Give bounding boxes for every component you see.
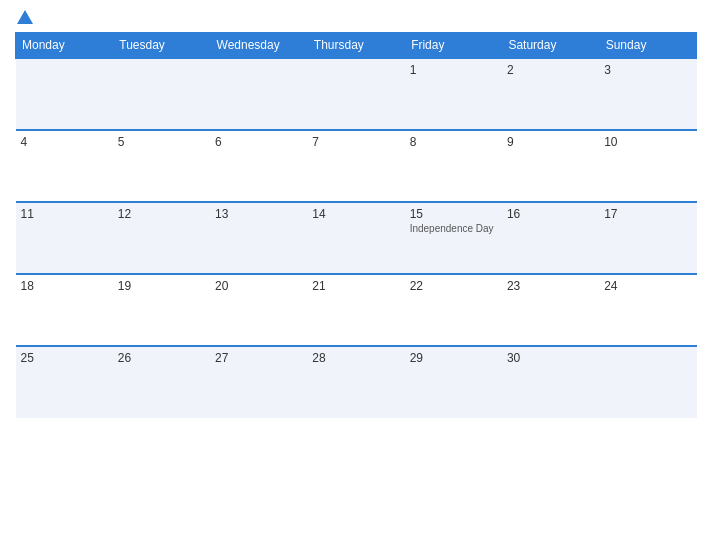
day-number: 16 <box>507 207 594 221</box>
day-number: 22 <box>410 279 497 293</box>
calendar-cell: 24 <box>599 274 696 346</box>
day-number: 8 <box>410 135 497 149</box>
calendar-cell: 6 <box>210 130 307 202</box>
day-number: 15 <box>410 207 497 221</box>
day-number: 13 <box>215 207 302 221</box>
calendar-cell: 3 <box>599 58 696 130</box>
weekday-header-saturday: Saturday <box>502 33 599 59</box>
day-number: 17 <box>604 207 691 221</box>
calendar-cell: 12 <box>113 202 210 274</box>
day-number: 28 <box>312 351 399 365</box>
day-number: 25 <box>21 351 108 365</box>
day-number: 7 <box>312 135 399 149</box>
day-number: 12 <box>118 207 205 221</box>
calendar-cell <box>307 58 404 130</box>
calendar-cell: 19 <box>113 274 210 346</box>
day-number: 24 <box>604 279 691 293</box>
day-number: 18 <box>21 279 108 293</box>
day-number: 5 <box>118 135 205 149</box>
calendar-cell <box>113 58 210 130</box>
day-number: 4 <box>21 135 108 149</box>
day-number: 27 <box>215 351 302 365</box>
calendar-cell: 23 <box>502 274 599 346</box>
week-row-2: 45678910 <box>16 130 697 202</box>
day-number: 10 <box>604 135 691 149</box>
calendar-cell: 21 <box>307 274 404 346</box>
calendar-table: MondayTuesdayWednesdayThursdayFridaySatu… <box>15 32 697 418</box>
calendar-cell: 10 <box>599 130 696 202</box>
weekday-header-monday: Monday <box>16 33 113 59</box>
day-number: 21 <box>312 279 399 293</box>
calendar-cell: 26 <box>113 346 210 418</box>
calendar-cell: 7 <box>307 130 404 202</box>
day-number: 30 <box>507 351 594 365</box>
calendar-cell: 29 <box>405 346 502 418</box>
calendar-cell: 25 <box>16 346 113 418</box>
calendar-cell: 9 <box>502 130 599 202</box>
calendar-cell: 13 <box>210 202 307 274</box>
week-row-3: 1112131415Independence Day1617 <box>16 202 697 274</box>
calendar-cell: 1 <box>405 58 502 130</box>
logo <box>15 10 33 24</box>
day-number: 2 <box>507 63 594 77</box>
day-number: 26 <box>118 351 205 365</box>
calendar-cell <box>210 58 307 130</box>
day-number: 9 <box>507 135 594 149</box>
calendar-cell: 27 <box>210 346 307 418</box>
calendar-container: MondayTuesdayWednesdayThursdayFridaySatu… <box>0 0 712 550</box>
calendar-cell <box>599 346 696 418</box>
week-row-4: 18192021222324 <box>16 274 697 346</box>
weekday-header-tuesday: Tuesday <box>113 33 210 59</box>
calendar-cell: 18 <box>16 274 113 346</box>
weekday-header-sunday: Sunday <box>599 33 696 59</box>
calendar-cell: 17 <box>599 202 696 274</box>
day-number: 14 <box>312 207 399 221</box>
weekday-header-row: MondayTuesdayWednesdayThursdayFridaySatu… <box>16 33 697 59</box>
logo-triangle-icon <box>17 10 33 24</box>
holiday-label: Independence Day <box>410 223 497 234</box>
calendar-cell: 22 <box>405 274 502 346</box>
day-number: 1 <box>410 63 497 77</box>
calendar-cell: 15Independence Day <box>405 202 502 274</box>
day-number: 19 <box>118 279 205 293</box>
week-row-1: 123 <box>16 58 697 130</box>
calendar-cell: 11 <box>16 202 113 274</box>
calendar-cell: 8 <box>405 130 502 202</box>
calendar-cell: 5 <box>113 130 210 202</box>
calendar-cell: 2 <box>502 58 599 130</box>
calendar-cell: 14 <box>307 202 404 274</box>
weekday-header-friday: Friday <box>405 33 502 59</box>
calendar-header <box>15 10 697 24</box>
day-number: 3 <box>604 63 691 77</box>
calendar-cell <box>16 58 113 130</box>
weekday-header-wednesday: Wednesday <box>210 33 307 59</box>
day-number: 29 <box>410 351 497 365</box>
calendar-cell: 28 <box>307 346 404 418</box>
day-number: 6 <box>215 135 302 149</box>
day-number: 23 <box>507 279 594 293</box>
calendar-cell: 20 <box>210 274 307 346</box>
day-number: 11 <box>21 207 108 221</box>
weekday-header-thursday: Thursday <box>307 33 404 59</box>
day-number: 20 <box>215 279 302 293</box>
calendar-cell: 4 <box>16 130 113 202</box>
calendar-cell: 30 <box>502 346 599 418</box>
week-row-5: 252627282930 <box>16 346 697 418</box>
calendar-cell: 16 <box>502 202 599 274</box>
